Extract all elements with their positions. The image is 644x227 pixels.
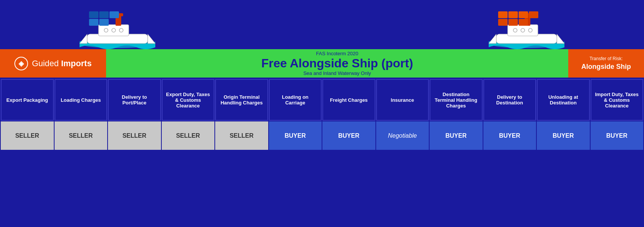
- col-cell-1: SELLER: [55, 121, 108, 150]
- title-section: FAS Incoterm 2020 Free Alongside Ship (p…: [106, 49, 568, 78]
- svg-rect-12: [89, 11, 98, 18]
- svg-rect-25: [498, 19, 508, 26]
- logo-icon: ◈: [14, 57, 28, 70]
- transfer-value: Alongside Ship: [581, 63, 631, 71]
- svg-rect-14: [109, 11, 119, 18]
- col-header-4: Origin Terminal Handling Charges: [215, 79, 268, 121]
- logo-text-bold: Imports: [61, 59, 92, 68]
- col-header-1: Loading Charges: [55, 79, 108, 121]
- col-cell-7: Negotiable: [376, 121, 429, 150]
- col-header-6: Freight Charges: [322, 79, 375, 121]
- col-cell-9: BUYER: [483, 121, 536, 150]
- svg-marker-2: [80, 34, 87, 44]
- col-header-10: Unloading at Destination: [537, 79, 590, 121]
- col-cell-5: BUYER: [269, 121, 322, 150]
- ships-area: [0, 0, 644, 49]
- svg-rect-31: [529, 11, 538, 18]
- col-cell-8: BUYER: [430, 121, 483, 150]
- col-cell-0: SELLER: [1, 121, 54, 150]
- svg-rect-26: [508, 19, 518, 26]
- table-container: Export PackagingLoading ChargesDelivery …: [0, 78, 644, 151]
- svg-marker-17: [489, 34, 496, 44]
- col-cell-4: SELLER: [215, 121, 268, 150]
- svg-marker-18: [557, 34, 564, 44]
- incoterm-title: Free Alongside Ship (port): [261, 56, 413, 70]
- col-cell-11: BUYER: [591, 121, 644, 150]
- svg-rect-27: [519, 19, 528, 26]
- transfer-label: Transfer of Risk:: [589, 56, 623, 61]
- table-grid: Export PackagingLoading ChargesDelivery …: [0, 78, 644, 151]
- col-header-8: Destination Terminal Handling Charges: [430, 79, 483, 121]
- col-header-11: Import Duty, Taxes & Customs Clearance: [591, 79, 644, 121]
- header-bar: ◈ Guided Imports FAS Incoterm 2020 Free …: [0, 49, 644, 78]
- svg-rect-11: [99, 19, 109, 26]
- col-header-2: Delivery to Port/Place: [108, 79, 161, 121]
- col-cell-3: SELLER: [162, 121, 215, 150]
- svg-marker-3: [148, 34, 155, 44]
- col-header-9: Delivery to Destination: [483, 79, 536, 121]
- incoterm-label: FAS Incoterm 2020: [316, 51, 358, 56]
- svg-rect-13: [99, 11, 109, 18]
- logo-section: ◈ Guided Imports: [0, 49, 106, 78]
- main-container: ◈ Guided Imports FAS Incoterm 2020 Free …: [0, 0, 644, 227]
- svg-rect-19: [508, 25, 538, 36]
- svg-rect-30: [519, 11, 528, 18]
- col-header-7: Insurance: [376, 79, 429, 121]
- ship-right: [485, 4, 568, 49]
- col-cell-10: BUYER: [537, 121, 590, 150]
- incoterm-subtitle: Sea and Inland Waterway Only: [303, 70, 371, 76]
- col-header-0: Export Packaging: [1, 79, 54, 121]
- col-cell-2: SELLER: [108, 121, 161, 150]
- ship-left: [76, 4, 159, 49]
- col-cell-6: BUYER: [322, 121, 375, 150]
- transfer-section: Transfer of Risk: Alongside Ship: [568, 49, 644, 78]
- logo-text-normal: Guided: [32, 59, 61, 68]
- svg-rect-4: [98, 25, 129, 36]
- col-header-5: Loading on Carriage: [269, 79, 322, 121]
- logo-text: Guided Imports: [32, 59, 92, 68]
- svg-rect-10: [89, 19, 98, 26]
- col-header-3: Export Duty, Taxes & Customs Clearance: [162, 79, 215, 121]
- svg-rect-29: [508, 11, 518, 18]
- svg-rect-28: [498, 11, 508, 18]
